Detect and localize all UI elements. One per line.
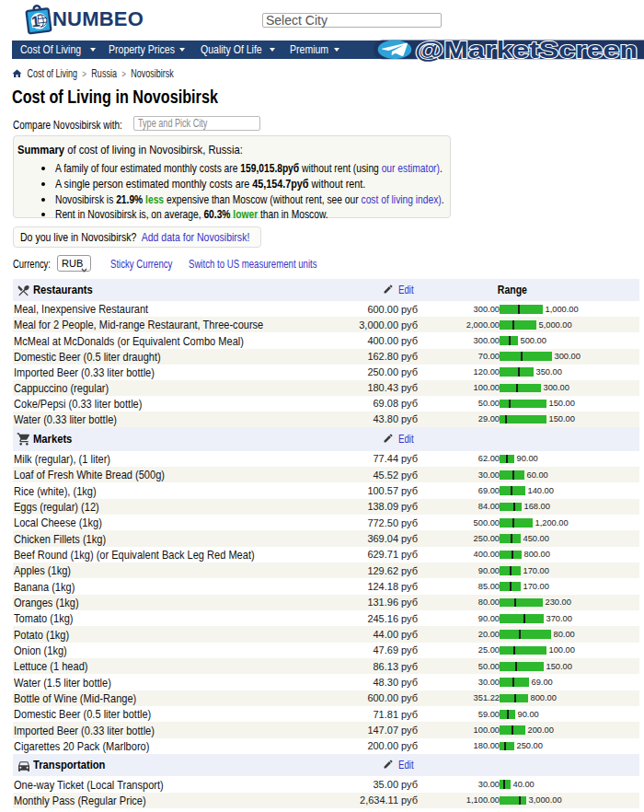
svg-text:@MarketScreen: @MarketScreen bbox=[415, 37, 638, 63]
